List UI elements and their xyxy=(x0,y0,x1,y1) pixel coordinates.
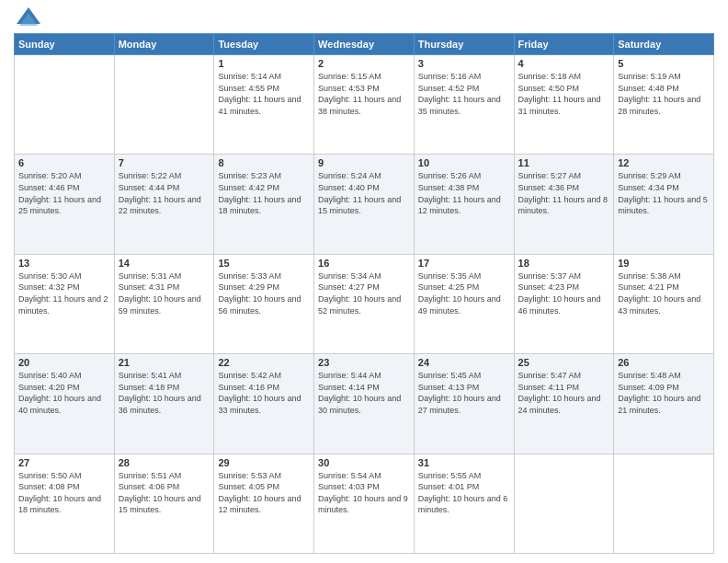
calendar-cell: 21Sunrise: 5:41 AMSunset: 4:18 PMDayligh… xyxy=(114,354,214,454)
calendar-cell: 8Sunrise: 5:23 AMSunset: 4:42 PMDaylight… xyxy=(214,155,314,254)
calendar-cell: 9Sunrise: 5:24 AMSunset: 4:40 PMDaylight… xyxy=(314,155,415,254)
day-number: 20 xyxy=(18,357,110,368)
calendar-cell: 28Sunrise: 5:51 AMSunset: 4:06 PMDayligh… xyxy=(114,454,214,553)
day-number: 4 xyxy=(518,58,610,69)
day-number: 17 xyxy=(418,258,510,269)
calendar-cell xyxy=(614,454,714,553)
day-info: Sunrise: 5:31 AMSunset: 4:31 PMDaylight:… xyxy=(119,270,210,316)
calendar-cell: 14Sunrise: 5:31 AMSunset: 4:31 PMDayligh… xyxy=(114,254,214,353)
day-info: Sunrise: 5:15 AMSunset: 4:53 PMDaylight:… xyxy=(318,71,410,117)
calendar-cell: 19Sunrise: 5:38 AMSunset: 4:21 PMDayligh… xyxy=(614,254,714,353)
day-info: Sunrise: 5:53 AMSunset: 4:05 PMDaylight:… xyxy=(218,470,310,516)
day-number: 19 xyxy=(618,258,710,269)
calendar-cell: 10Sunrise: 5:26 AMSunset: 4:38 PMDayligh… xyxy=(414,155,514,254)
day-number: 11 xyxy=(518,157,610,168)
day-number: 24 xyxy=(418,357,510,368)
day-number: 22 xyxy=(218,357,310,368)
day-number: 31 xyxy=(418,457,510,468)
calendar-cell: 6Sunrise: 5:20 AMSunset: 4:46 PMDaylight… xyxy=(15,155,115,254)
day-info: Sunrise: 5:37 AMSunset: 4:23 PMDaylight:… xyxy=(518,270,610,316)
calendar-cell: 24Sunrise: 5:45 AMSunset: 4:13 PMDayligh… xyxy=(414,354,514,454)
calendar-cell: 20Sunrise: 5:40 AMSunset: 4:20 PMDayligh… xyxy=(15,354,115,454)
day-number: 13 xyxy=(18,258,110,269)
day-info: Sunrise: 5:47 AMSunset: 4:11 PMDaylight:… xyxy=(518,370,610,416)
day-number: 12 xyxy=(618,157,710,168)
day-number: 27 xyxy=(18,457,110,468)
day-info: Sunrise: 5:26 AMSunset: 4:38 PMDaylight:… xyxy=(418,170,510,216)
calendar-cell: 5Sunrise: 5:19 AMSunset: 4:48 PMDaylight… xyxy=(614,55,714,155)
calendar-cell: 7Sunrise: 5:22 AMSunset: 4:44 PMDaylight… xyxy=(114,155,214,254)
day-info: Sunrise: 5:33 AMSunset: 4:29 PMDaylight:… xyxy=(218,270,310,316)
calendar-table: SundayMondayTuesdayWednesdayThursdayFrid… xyxy=(14,33,714,554)
day-info: Sunrise: 5:24 AMSunset: 4:40 PMDaylight:… xyxy=(318,170,410,216)
calendar-cell: 1Sunrise: 5:14 AMSunset: 4:55 PMDaylight… xyxy=(214,55,314,155)
day-number: 8 xyxy=(218,157,310,168)
day-number: 5 xyxy=(618,58,710,69)
day-number: 10 xyxy=(418,157,510,168)
col-header-saturday: Saturday xyxy=(614,34,714,55)
day-number: 28 xyxy=(119,457,210,468)
day-info: Sunrise: 5:16 AMSunset: 4:52 PMDaylight:… xyxy=(418,71,510,117)
day-info: Sunrise: 5:42 AMSunset: 4:16 PMDaylight:… xyxy=(218,370,310,416)
calendar-cell: 23Sunrise: 5:44 AMSunset: 4:14 PMDayligh… xyxy=(314,354,415,454)
calendar-cell: 16Sunrise: 5:34 AMSunset: 4:27 PMDayligh… xyxy=(314,254,415,353)
day-number: 7 xyxy=(119,157,210,168)
col-header-thursday: Thursday xyxy=(414,34,514,55)
day-info: Sunrise: 5:50 AMSunset: 4:08 PMDaylight:… xyxy=(18,470,110,516)
col-header-tuesday: Tuesday xyxy=(214,34,314,55)
page: SundayMondayTuesdayWednesdayThursdayFrid… xyxy=(0,0,728,563)
col-header-sunday: Sunday xyxy=(15,34,115,55)
calendar-cell: 29Sunrise: 5:53 AMSunset: 4:05 PMDayligh… xyxy=(214,454,314,553)
day-info: Sunrise: 5:18 AMSunset: 4:50 PMDaylight:… xyxy=(518,71,610,117)
calendar-cell xyxy=(15,55,115,155)
day-info: Sunrise: 5:30 AMSunset: 4:32 PMDaylight:… xyxy=(18,270,110,316)
day-info: Sunrise: 5:23 AMSunset: 4:42 PMDaylight:… xyxy=(218,170,310,216)
calendar-cell xyxy=(514,454,614,553)
logo xyxy=(14,9,42,26)
logo-icon xyxy=(15,6,42,33)
calendar-cell: 26Sunrise: 5:48 AMSunset: 4:09 PMDayligh… xyxy=(614,354,714,454)
day-info: Sunrise: 5:55 AMSunset: 4:01 PMDaylight:… xyxy=(418,470,510,516)
header xyxy=(14,9,714,26)
calendar-cell: 30Sunrise: 5:54 AMSunset: 4:03 PMDayligh… xyxy=(314,454,415,553)
day-number: 26 xyxy=(618,357,710,368)
day-number: 29 xyxy=(218,457,310,468)
day-number: 16 xyxy=(318,258,410,269)
day-number: 15 xyxy=(218,258,310,269)
day-number: 3 xyxy=(418,58,510,69)
calendar-cell: 17Sunrise: 5:35 AMSunset: 4:25 PMDayligh… xyxy=(414,254,514,353)
calendar-cell: 18Sunrise: 5:37 AMSunset: 4:23 PMDayligh… xyxy=(514,254,614,353)
day-number: 14 xyxy=(119,258,210,269)
calendar-cell: 12Sunrise: 5:29 AMSunset: 4:34 PMDayligh… xyxy=(614,155,714,254)
calendar-cell: 4Sunrise: 5:18 AMSunset: 4:50 PMDaylight… xyxy=(514,55,614,155)
day-number: 6 xyxy=(18,157,110,168)
col-header-monday: Monday xyxy=(114,34,214,55)
calendar-cell: 22Sunrise: 5:42 AMSunset: 4:16 PMDayligh… xyxy=(214,354,314,454)
day-info: Sunrise: 5:41 AMSunset: 4:18 PMDaylight:… xyxy=(119,370,210,416)
day-info: Sunrise: 5:14 AMSunset: 4:55 PMDaylight:… xyxy=(218,71,310,117)
calendar-cell: 11Sunrise: 5:27 AMSunset: 4:36 PMDayligh… xyxy=(514,155,614,254)
day-info: Sunrise: 5:44 AMSunset: 4:14 PMDaylight:… xyxy=(318,370,410,416)
calendar-cell: 25Sunrise: 5:47 AMSunset: 4:11 PMDayligh… xyxy=(514,354,614,454)
day-number: 25 xyxy=(518,357,610,368)
col-header-friday: Friday xyxy=(514,34,614,55)
day-number: 2 xyxy=(318,58,410,69)
day-number: 1 xyxy=(218,58,310,69)
day-number: 9 xyxy=(318,157,410,168)
day-number: 18 xyxy=(518,258,610,269)
day-info: Sunrise: 5:29 AMSunset: 4:34 PMDaylight:… xyxy=(618,170,710,216)
day-number: 23 xyxy=(318,357,410,368)
day-info: Sunrise: 5:40 AMSunset: 4:20 PMDaylight:… xyxy=(18,370,110,416)
calendar-cell: 15Sunrise: 5:33 AMSunset: 4:29 PMDayligh… xyxy=(214,254,314,353)
day-info: Sunrise: 5:35 AMSunset: 4:25 PMDaylight:… xyxy=(418,270,510,316)
day-info: Sunrise: 5:19 AMSunset: 4:48 PMDaylight:… xyxy=(618,71,710,117)
day-info: Sunrise: 5:20 AMSunset: 4:46 PMDaylight:… xyxy=(18,170,110,216)
day-info: Sunrise: 5:34 AMSunset: 4:27 PMDaylight:… xyxy=(318,270,410,316)
calendar-cell xyxy=(114,55,214,155)
day-info: Sunrise: 5:48 AMSunset: 4:09 PMDaylight:… xyxy=(618,370,710,416)
day-number: 30 xyxy=(318,457,410,468)
col-header-wednesday: Wednesday xyxy=(314,34,415,55)
day-number: 21 xyxy=(119,357,210,368)
calendar-cell: 2Sunrise: 5:15 AMSunset: 4:53 PMDaylight… xyxy=(314,55,415,155)
calendar-cell: 13Sunrise: 5:30 AMSunset: 4:32 PMDayligh… xyxy=(15,254,115,353)
